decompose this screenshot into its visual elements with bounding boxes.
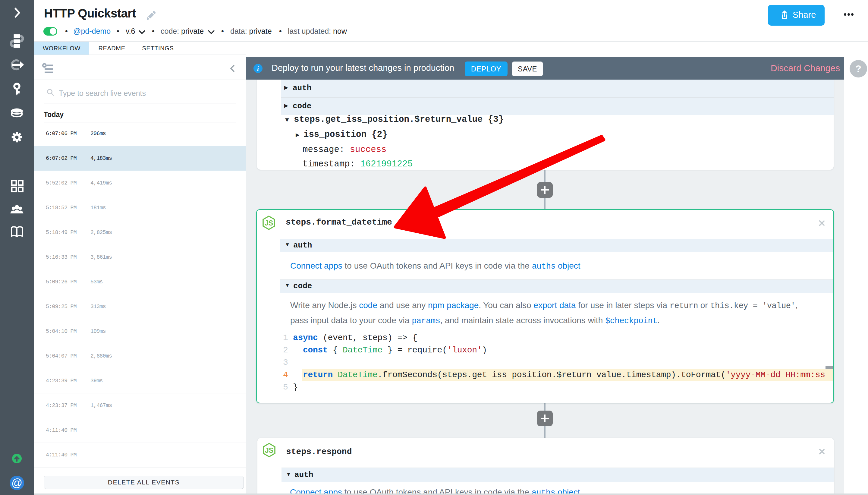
svg-text:@: @	[12, 477, 23, 489]
